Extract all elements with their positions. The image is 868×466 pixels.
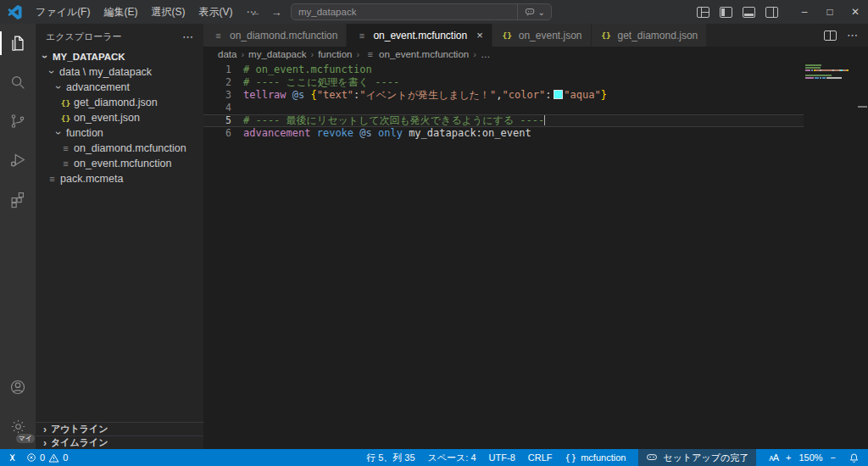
explorer-sidebar: エクスプローラー ⋯ ›MY_DATAPACK›data \ my_datapa… <box>36 24 203 449</box>
status-encoding[interactable]: UTF-8 <box>489 452 515 463</box>
tab-label: on_event.json <box>519 30 582 42</box>
status-language-selector[interactable]: {} mcfunction <box>565 452 626 463</box>
line-number: 6 <box>203 127 231 140</box>
warning-count: 0 <box>63 452 68 463</box>
tab-get-diamond-json[interactable]: {}get_diamond.json <box>592 24 708 47</box>
menubar-item-e[interactable]: 編集(E) <box>97 0 144 24</box>
search-icon <box>8 73 27 92</box>
breadcrumb-separator-icon: › <box>356 49 359 59</box>
activity-explorer-button[interactable] <box>0 24 36 63</box>
tab-on-event-json[interactable]: {}on_event.json <box>492 24 592 47</box>
explorer-more-actions-button[interactable]: ⋯ <box>182 31 193 43</box>
overview-ruler-scrollbar[interactable] <box>856 62 868 449</box>
chevron-right-icon: › <box>39 424 51 435</box>
minimap-line <box>805 67 854 69</box>
language-label: mcfunction <box>581 452 626 463</box>
activity-source-control-button[interactable] <box>0 102 36 141</box>
editor-content[interactable]: 1# on_event.mcfunction2# ---- ここに処理を書く -… <box>203 62 804 140</box>
minimize-button[interactable]: – <box>792 0 817 24</box>
zoom-level: 150% <box>798 452 822 463</box>
copilot-setup-button[interactable]: セットアップの完了 <box>638 449 756 466</box>
remote-window-button[interactable] <box>7 452 18 463</box>
status-line-col[interactable]: 行 5、列 35 <box>366 452 415 464</box>
breadcrumb-item-[interactable]: … <box>481 49 491 59</box>
files-icon <box>8 34 27 53</box>
copilot-menu-button[interactable]: ⌄ <box>517 4 551 19</box>
settings-gear-button[interactable]: マイ <box>0 407 36 446</box>
customize-layout-icon[interactable] <box>697 7 709 18</box>
minimap[interactable] <box>805 64 854 80</box>
breadcrumb-item-on-event-mcfunction[interactable]: ≡on_event.mcfunction <box>364 49 469 59</box>
minimap-line <box>805 77 854 79</box>
sidebar-section-[interactable]: ›アウトライン <box>36 422 203 435</box>
line-number: 1 <box>203 64 231 76</box>
forward-button[interactable]: → <box>270 6 283 19</box>
chevron-right-icon: › <box>39 437 51 449</box>
chevron-down-icon: › <box>53 127 64 139</box>
tree-item-data-my-datapack[interactable]: ›data \ my_datapack <box>36 64 203 80</box>
code-text: tellraw @s {"text":"イベントが発生しました！","color… <box>231 89 607 102</box>
tree-item-on-event-mcfunction[interactable]: ≡on_event.mcfunction <box>36 156 203 171</box>
activity-run-debug-button[interactable] <box>0 141 36 180</box>
account-icon <box>8 378 27 397</box>
color-swatch-aqua <box>554 91 562 98</box>
status-indentation[interactable]: スペース: 4 <box>428 452 476 464</box>
zoom-out-button[interactable]: − <box>831 452 836 463</box>
menubar-item-s[interactable]: 選択(S) <box>144 0 192 24</box>
back-button[interactable]: ← <box>248 6 262 19</box>
font-size-icon[interactable]: ᴀA <box>769 452 778 463</box>
tree-item-advancement[interactable]: ›advancement <box>36 80 203 95</box>
breadcrumb-item-data[interactable]: data <box>218 49 236 59</box>
activity-search-button[interactable] <box>0 63 36 102</box>
status-bar: 0 0 行 5、列 35 スペース: 4 UTF-8 CRLF {} mcfun… <box>0 449 868 466</box>
code-line-5: 5# ---- 最後にリセットして次回も発火できるようにする ---- <box>203 114 804 127</box>
breadcrumb-separator-icon: › <box>241 49 244 59</box>
breadcrumb-label: … <box>481 49 491 59</box>
problems-button[interactable]: 0 0 <box>26 452 68 463</box>
breadcrumb-item-function[interactable]: function <box>318 49 352 59</box>
tab-bar: ≡on_diamond.mcfunction≡on_event.mcfuncti… <box>203 24 868 47</box>
error-icon <box>26 452 36 463</box>
vscode-logo-icon <box>0 5 29 19</box>
code-text: advancement revoke @s only my_datapack:o… <box>231 127 531 140</box>
line-number: 4 <box>203 102 231 114</box>
minimap-line <box>805 72 854 74</box>
toggle-secondary-sidebar-icon[interactable] <box>765 7 778 18</box>
tree-item-get-diamond-json[interactable]: {}get_diamond.json <box>36 95 203 110</box>
code-line-4: 4 <box>203 102 804 114</box>
toggle-panel-icon[interactable] <box>743 7 755 18</box>
command-center-search[interactable]: my_datapack ⌄ <box>291 3 552 20</box>
vscode-window: ファイル(F)編集(E)選択(S)表示(V) ⋯ ← → my_datapack… <box>0 0 868 466</box>
tab-on-event-mcfunction[interactable]: ≡on_event.mcfunction× <box>347 24 492 47</box>
tree-item-on-diamond-mcfunction[interactable]: ≡on_diamond.mcfunction <box>36 141 203 156</box>
code-editor[interactable]: 1# on_event.mcfunction2# ---- ここに処理を書く -… <box>203 62 868 449</box>
tree-item-on-event-json[interactable]: {}on_event.json <box>36 110 203 125</box>
extensions-icon <box>8 190 27 208</box>
tab-on-diamond-mcfunction[interactable]: ≡on_diamond.mcfunction <box>203 24 347 47</box>
menubar-item-v[interactable]: 表示(V) <box>192 0 239 24</box>
code-text <box>231 102 243 114</box>
toggle-primary-sidebar-icon[interactable] <box>720 7 732 18</box>
menubar-item-f[interactable]: ファイル(F) <box>29 0 97 24</box>
notifications-bell-button[interactable] <box>849 452 860 463</box>
activity-extensions-button[interactable] <box>0 180 36 219</box>
editor-more-actions-button[interactable]: ⋯ <box>847 29 858 42</box>
breadcrumb-item-my-datapack[interactable]: my_datapack <box>248 49 306 59</box>
split-editor-icon[interactable] <box>824 31 837 41</box>
activity-bar: マイ <box>0 24 36 449</box>
sidebar-section-[interactable]: ›タイムライン <box>36 435 203 449</box>
search-input-value: my_datapack <box>292 7 517 17</box>
chevron-down-icon: ⌄ <box>538 8 545 17</box>
code-text: # on_event.mcfunction <box>231 64 372 76</box>
tree-item-my-datapack[interactable]: ›MY_DATAPACK <box>36 49 203 64</box>
status-eol[interactable]: CRLF <box>528 452 553 463</box>
zoom-in-button[interactable]: + <box>786 452 791 463</box>
close-window-button[interactable]: ✕ <box>843 0 868 24</box>
close-tab-button[interactable]: × <box>476 29 483 42</box>
tree-item-pack-mcmeta[interactable]: ≡pack.mcmeta <box>36 171 203 186</box>
minimap-line <box>805 64 854 66</box>
account-button[interactable] <box>0 368 36 407</box>
maximize-button[interactable]: □ <box>817 0 843 24</box>
tree-item-function[interactable]: ›function <box>36 125 203 141</box>
mcfunction-file-icon: ≡ <box>355 31 368 41</box>
